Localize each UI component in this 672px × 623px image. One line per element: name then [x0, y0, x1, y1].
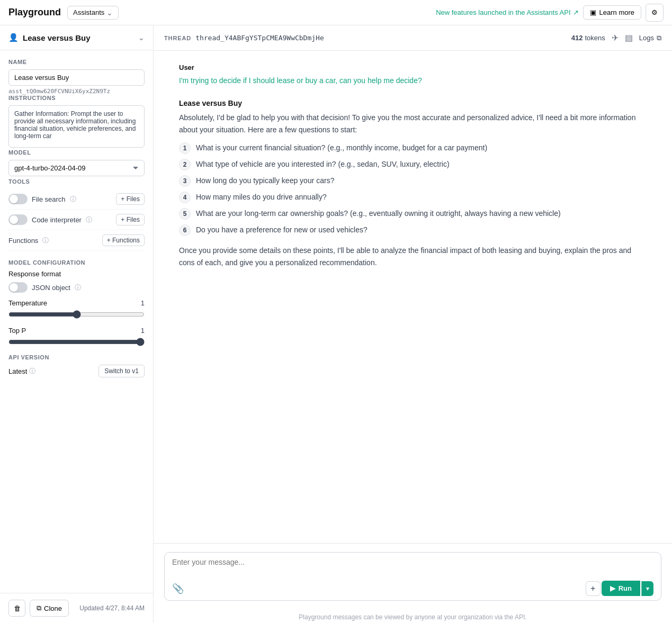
learn-more-button[interactable]: ▣ Learn more [583, 5, 641, 20]
tools-label: TOOLS [8, 178, 145, 185]
list-num-5: 5 [179, 208, 191, 220]
delete-button[interactable]: 🗑 [8, 600, 25, 617]
assistant-intro-text: Absolutely, I'd be glad to help you with… [179, 112, 647, 136]
thread-label: THREAD [164, 35, 191, 41]
file-search-toggle[interactable] [8, 194, 28, 204]
thread-right: 412 tokens ✈ ▤ Logs ⧉ [571, 33, 661, 43]
latest-info-icon[interactable]: ⓘ [29, 367, 35, 376]
add-message-button[interactable]: + [586, 581, 601, 596]
topbar-left: Playground Assistants ⌄ [8, 6, 119, 20]
copy-icon: ⧉ [37, 604, 41, 612]
user-message-text: I'm trying to decide if I should lease o… [179, 75, 647, 86]
input-bottom-right: + ▶ Run ▾ [586, 581, 653, 596]
input-bottom: 📎 + ▶ Run ▾ [172, 581, 653, 596]
code-interpreter-label: Code interpreter [32, 216, 82, 224]
footer-note: Playground messages can be viewed by any… [154, 609, 672, 623]
temperature-slider[interactable] [8, 310, 145, 319]
sidebar-chevron-icon[interactable]: ⌄ [138, 33, 145, 42]
assistant-message-block: Lease versus Buy Absolutely, I'd be glad… [179, 99, 647, 268]
file-search-info-icon[interactable]: ⓘ [70, 195, 76, 204]
clone-button[interactable]: ⧉ Clone [30, 600, 69, 617]
app-title: Playground [8, 7, 61, 18]
trash-icon: 🗑 [14, 604, 21, 612]
sidebar-footer: 🗑 ⧉ Clone Updated 4/27, 8:44 AM [0, 593, 153, 623]
sidebar-header-left: 👤 Lease versus Buy [8, 33, 91, 42]
file-search-label: File search [32, 195, 66, 203]
api-version-label: API VERSION [8, 354, 145, 360]
attach-button[interactable]: 📎 [172, 583, 184, 594]
person-icon: 👤 [8, 33, 19, 42]
model-config-section: MODEL CONFIGURATION Response format JSON… [8, 259, 145, 348]
file-search-add-files-button[interactable]: + Files [116, 193, 145, 205]
name-section: Name asst_tQ0mw620FCVNUiX6yxZ2N9Tz [8, 59, 145, 95]
topbar: Playground Assistants ⌄ New features lau… [0, 0, 672, 25]
topbar-center: New features launched in the Assistants … [436, 4, 664, 22]
top-p-slider[interactable] [8, 338, 145, 346]
list-num-6: 6 [179, 224, 191, 236]
name-input[interactable] [8, 69, 145, 86]
file-search-row: File search ⓘ + Files [8, 189, 145, 210]
updated-text: Updated 4/27, 8:44 AM [79, 604, 145, 612]
code-interpreter-left: Code interpreter ⓘ [8, 214, 92, 225]
code-interpreter-toggle[interactable] [8, 214, 28, 225]
api-version-row: Latest ⓘ Switch to v1 [8, 365, 145, 377]
code-interpreter-info-icon[interactable]: ⓘ [86, 215, 92, 224]
user-role-label: User [179, 64, 647, 71]
top-p-label: Top P [8, 327, 26, 335]
temperature-row: Temperature 1 [8, 299, 145, 320]
assistant-id: asst_tQ0mw620FCVNUiX6yxZ2N9Tz [8, 88, 145, 95]
list-item: 5 What are your long-term car ownership … [179, 207, 647, 220]
temperature-label: Temperature [8, 299, 47, 307]
chat-area: THREAD thread_Y4ABFgYSTpCMEA9WwCbDmjHe 4… [154, 25, 672, 623]
temperature-label-row: Temperature 1 [8, 299, 145, 307]
run-button[interactable]: ▶ Run [602, 581, 640, 596]
new-features-link[interactable]: New features launched in the Assistants … [436, 8, 578, 16]
response-format-label: Response format [8, 270, 61, 278]
code-interpreter-add-files-button[interactable]: + Files [116, 214, 145, 225]
model-config-label: MODEL CONFIGURATION [8, 259, 145, 266]
gear-icon: ⚙ [651, 8, 658, 16]
switch-to-v1-button[interactable]: Switch to v1 [98, 365, 145, 377]
assistant-outro-text: Once you provide some details on these p… [179, 245, 647, 268]
list-item: 2 What type of vehicle are you intereste… [179, 158, 647, 170]
main-layout: 👤 Lease versus Buy ⌄ Name asst_tQ0mw620F… [0, 25, 672, 623]
instructions-label: Instructions [8, 95, 145, 101]
functions-left: Functions ⓘ [8, 236, 49, 245]
logs-button[interactable]: Logs ⧉ [639, 34, 661, 42]
sidebar-header: 👤 Lease versus Buy ⌄ [0, 25, 153, 50]
model-select[interactable]: gpt-4-turbo-2024-04-09 [8, 160, 145, 176]
list-num-3: 3 [179, 175, 191, 187]
instructions-wrapper: Gather Information: Prompt the user to p… [8, 105, 145, 149]
list-item: 4 How many miles do you drive annually? [179, 191, 647, 203]
message-input[interactable] [172, 558, 653, 575]
top-p-row: Top P 1 [8, 327, 145, 348]
model-section: Model gpt-4-turbo-2024-04-09 [8, 149, 145, 176]
functions-row: Functions ⓘ + Functions [8, 230, 145, 251]
footer-actions: 🗑 ⧉ Clone [8, 600, 69, 617]
file-search-left: File search ⓘ [8, 194, 76, 204]
functions-info-icon[interactable]: ⓘ [42, 236, 49, 245]
list-item: 6 Do you have a preference for new or us… [179, 224, 647, 236]
json-object-info-icon[interactable]: ⓘ [75, 283, 81, 292]
sidebar-body: Name asst_tQ0mw620FCVNUiX6yxZ2N9Tz Instr… [0, 50, 153, 593]
temperature-value: 1 [141, 299, 145, 307]
send-icon[interactable]: ✈ [612, 33, 619, 43]
book-icon: ▣ [590, 8, 596, 16]
top-p-value: 1 [141, 327, 145, 335]
tools-section: TOOLS File search ⓘ + Files [8, 178, 145, 251]
settings-button[interactable]: ⚙ [646, 4, 664, 22]
json-toggle-knob [10, 283, 18, 292]
mode-selector[interactable]: Assistants ⌄ [67, 6, 119, 20]
chevron-down-icon: ⌄ [106, 8, 113, 17]
assistant-response-name: Lease versus Buy [179, 99, 647, 107]
mode-selector-label: Assistants [73, 8, 104, 16]
run-icon: ▶ [610, 584, 615, 592]
run-dropdown-button[interactable]: ▾ [641, 581, 653, 596]
model-label: Model [8, 149, 145, 156]
add-functions-button[interactable]: + Functions [102, 234, 145, 246]
tokens-info: 412 tokens [571, 34, 605, 42]
instructions-textarea[interactable]: Gather Information: Prompt the user to p… [8, 105, 145, 148]
json-object-toggle[interactable] [8, 282, 28, 293]
history-icon[interactable]: ▤ [625, 33, 633, 43]
input-bottom-left: 📎 [172, 583, 184, 594]
